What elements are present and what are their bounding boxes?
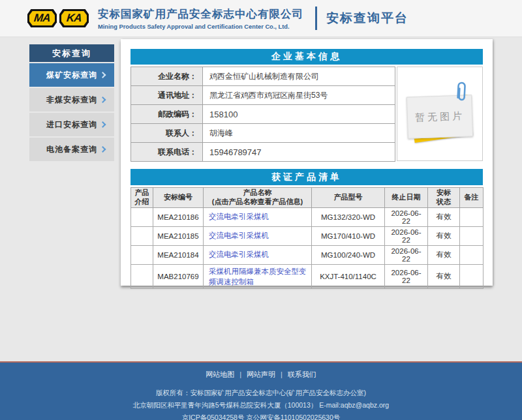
col-cert-status: 安标 状态 — [428, 188, 460, 208]
sidebar-item-import-query[interactable]: 进口安标查询 — [29, 113, 114, 136]
footer-link-statement[interactable]: 网站声明 — [247, 370, 275, 378]
chevron-right-icon — [100, 121, 106, 128]
platform-title: 安标查询平台 — [326, 10, 408, 27]
table-row: MEA210186 交流电牵引采煤机 MG132/320-WD 2026-06-… — [131, 207, 484, 226]
company-photo-placeholder: 暂无图片 — [397, 67, 483, 161]
end-date-cell: 2026-06-22 — [385, 207, 428, 226]
product-model-cell: MG100/240-WD — [312, 245, 385, 264]
contact-phone-value: 15946789747 — [203, 143, 395, 162]
page-header: MA KA 安标国家矿用产品安全标志中心有限公司 Mining Products… — [0, 0, 522, 37]
product-name-link[interactable]: 交流电牵引采煤机 — [209, 232, 269, 239]
col-end-date: 终止日期 — [385, 188, 428, 208]
col-note: 备注 — [460, 188, 484, 208]
cert-status-cell: 有效 — [428, 207, 460, 226]
sidebar-item-non-coal-query[interactable]: 非煤安标查询 — [29, 88, 114, 112]
product-intro-cell — [131, 264, 153, 288]
footer-links: 网站地图|网站声明|联系我们 — [0, 370, 522, 380]
ka-badge-label: KA — [66, 12, 82, 25]
address-value: 黑龙江省鸡西市鸡冠区南星街53号 — [203, 86, 395, 105]
note-cell — [460, 207, 484, 226]
sidebar-item-label: 电池备案查询 — [46, 144, 97, 155]
product-name-link[interactable]: 交流电牵引采煤机 — [209, 213, 269, 220]
table-row: 联系电话： 15946789747 — [131, 143, 395, 162]
note-cell — [460, 226, 484, 245]
product-intro-cell — [131, 245, 153, 264]
cert-status-cell: 有效 — [428, 245, 460, 264]
product-model-cell: MG170/410-WD — [312, 226, 385, 245]
end-date-cell: 2026-06-22 — [385, 264, 428, 288]
contact-person-value: 胡海峰 — [203, 124, 395, 143]
cert-number-cell: MEA210185 — [153, 226, 204, 245]
header-divider — [315, 7, 317, 30]
table-header-row: 产品 介绍 安标编号 产品名称 (点击产品名称查看产品信息) 产品型号 终止日期… — [131, 188, 484, 208]
sidebar-item-label: 进口安标查询 — [46, 119, 97, 130]
org-names: 安标国家矿用产品安全标志中心有限公司 Mining Products Safet… — [98, 7, 303, 30]
table-row: MEA210184 交流电牵引采煤机 MG100/240-WD 2026-06-… — [131, 245, 484, 264]
org-name-en: Mining Products Safety Approval and Cert… — [98, 23, 303, 30]
chevron-right-icon — [100, 72, 106, 78]
table-row: MAB210769 采煤机用隔爆兼本质安全型变频调速控制箱 KXJT-410/1… — [131, 264, 484, 288]
cert-status-cell: 有效 — [428, 264, 460, 288]
sidebar-item-label: 煤矿安标查询 — [46, 70, 97, 81]
table-row: 联系人： 胡海峰 — [131, 124, 395, 143]
company-info-table: 企业名称： 鸡西金恒矿山机械制造有限公司 通讯地址： 黑龙江省鸡西市鸡冠区南星街… — [130, 67, 395, 162]
col-product-model: 产品型号 — [312, 188, 385, 208]
sidebar: 安标查询 煤矿安标查询 非煤安标查询 进口安标查询 电池备案查询 — [29, 44, 114, 162]
company-name-value: 鸡西金恒矿山机械制造有限公司 — [203, 67, 395, 86]
sidebar-item-coal-mine-query[interactable]: 煤矿安标查询 — [29, 63, 114, 87]
product-list-section-title: 获证产品清单 — [130, 169, 483, 185]
chevron-right-icon — [100, 146, 106, 153]
footer-copyright: 版权所有：安标国家矿用产品安全标志中心(矿用产品安全标志办公室) — [0, 389, 522, 398]
col-cert-number: 安标编号 — [153, 188, 204, 208]
contact-person-label: 联系人： — [131, 124, 203, 143]
col-product-name: 产品名称 (点击产品名称查看产品信息) — [204, 188, 312, 208]
cert-number-cell: MAB210769 — [153, 264, 204, 288]
address-label: 通讯地址： — [131, 86, 203, 105]
footer-icp: 京ICP备05034258号 京公网安备11010502025630号 — [0, 413, 522, 420]
product-list-table: 产品 介绍 安标编号 产品名称 (点击产品名称查看产品信息) 产品型号 终止日期… — [130, 187, 484, 289]
table-row: 企业名称： 鸡西金恒矿山机械制造有限公司 — [131, 67, 395, 86]
table-row: MEA210185 交流电牵引采煤机 MG170/410-WD 2026-06-… — [131, 226, 484, 245]
product-intro-cell — [131, 207, 153, 226]
product-intro-cell — [131, 226, 153, 245]
footer-link-sitemap[interactable]: 网站地图 — [206, 370, 234, 378]
postal-code-label: 邮政编码： — [131, 105, 203, 124]
cert-number-cell: MEA210184 — [153, 245, 204, 264]
ma-badge-icon: MA — [27, 9, 57, 27]
org-name-cn: 安标国家矿用产品安全标志中心有限公司 — [98, 7, 303, 22]
footer-link-separator: | — [239, 370, 241, 378]
end-date-cell: 2026-06-22 — [385, 226, 428, 245]
sidebar-item-label: 非煤安标查询 — [46, 95, 97, 106]
maka-logo: MA KA — [27, 9, 89, 27]
contact-phone-label: 联系电话： — [131, 143, 203, 162]
table-row: 邮政编码： 158100 — [131, 105, 395, 124]
no-image-text: 暂无图片 — [415, 110, 465, 124]
content-panel: 企业基本信息 企业名称： 鸡西金恒矿山机械制造有限公司 通讯地址： 黑龙江省鸡西… — [121, 39, 493, 286]
sidebar-item-battery-filing-query[interactable]: 电池备案查询 — [29, 138, 114, 161]
note-cell — [460, 264, 484, 288]
product-name-link[interactable]: 交流电牵引采煤机 — [209, 250, 269, 258]
company-info-section-title: 企业基本信息 — [130, 49, 483, 65]
footer-address: 北京朝阳区和平里青年沟路5号煤科总院安科大厦（100013） E-mail:aq… — [0, 401, 522, 410]
table-row: 通讯地址： 黑龙江省鸡西市鸡冠区南星街53号 — [131, 86, 395, 105]
cert-number-cell: MEA210186 — [153, 207, 204, 226]
sidebar-title: 安标查询 — [29, 44, 114, 62]
note-cell — [460, 245, 484, 264]
paperclip-icon — [455, 82, 468, 104]
postal-code-value: 158100 — [203, 105, 395, 124]
chevron-right-icon — [100, 97, 106, 103]
page-footer: 网站地图|网站声明|联系我们 版权所有：安标国家矿用产品安全标志中心(矿用产品安… — [0, 361, 522, 420]
product-model-cell: MG132/320-WD — [312, 207, 385, 226]
col-product-intro: 产品 介绍 — [131, 188, 153, 208]
footer-link-contact[interactable]: 联系我们 — [288, 370, 316, 378]
product-name-link[interactable]: 采煤机用隔爆兼本质安全型变频调速控制箱 — [209, 267, 307, 286]
cert-status-cell: 有效 — [428, 226, 460, 245]
end-date-cell: 2026-06-22 — [385, 245, 428, 264]
product-model-cell: KXJT-410/1140C — [312, 264, 385, 288]
ka-badge-icon: KA — [59, 9, 89, 27]
footer-link-separator: | — [281, 370, 283, 378]
company-name-label: 企业名称： — [131, 67, 203, 86]
ma-badge-label: MA — [33, 12, 51, 25]
